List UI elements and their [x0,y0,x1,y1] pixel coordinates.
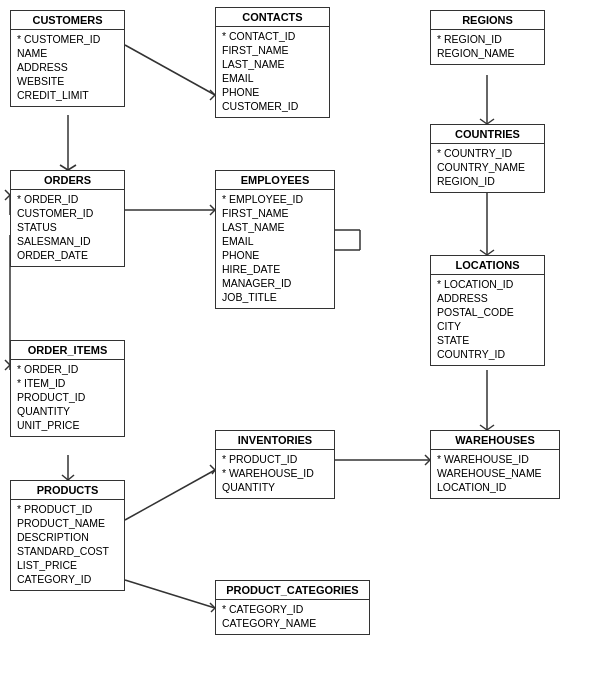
products-table: PRODUCTS * PRODUCT_ID PRODUCT_NAME DESCR… [10,480,125,591]
orders-fields: * ORDER_ID CUSTOMER_ID STATUS SALESMAN_I… [11,190,124,266]
erd-diagram: CUSTOMERS * CUSTOMER_ID NAME ADDRESS WEB… [0,0,605,695]
customers-title: CUSTOMERS [11,11,124,30]
field-phone: PHONE [222,85,323,99]
field-item-id: * ITEM_ID [17,376,118,390]
customers-fields: * CUSTOMER_ID NAME ADDRESS WEBSITE CREDI… [11,30,124,106]
field-oi-product-id: PRODUCT_ID [17,390,118,404]
field-unit-price: UNIT_PRICE [17,418,118,432]
field-countries-region-id: REGION_ID [437,174,538,188]
field-emp-phone: PHONE [222,248,328,262]
field-salesman-id: SALESMAN_ID [17,234,118,248]
field-pc-category-id: * CATEGORY_ID [222,602,363,616]
field-employee-id: * EMPLOYEE_ID [222,192,328,206]
field-inv-product-id: * PRODUCT_ID [222,452,328,466]
svg-line-0 [125,45,215,95]
field-product-name: PRODUCT_NAME [17,516,118,530]
field-description: DESCRIPTION [17,530,118,544]
countries-title: COUNTRIES [431,125,544,144]
field-country-name: COUNTRY_NAME [437,160,538,174]
field-loc-country-id: COUNTRY_ID [437,347,538,361]
field-order-id: * ORDER_ID [17,192,118,206]
warehouses-fields: * WAREHOUSE_ID WAREHOUSE_NAME LOCATION_I… [431,450,559,498]
field-emp-first-name: FIRST_NAME [222,206,328,220]
field-loc-address: ADDRESS [437,291,538,305]
field-list-price: LIST_PRICE [17,558,118,572]
field-location-id: * LOCATION_ID [437,277,538,291]
inventories-title: INVENTORIES [216,431,334,450]
product-categories-fields: * CATEGORY_ID CATEGORY_NAME [216,600,369,634]
field-first-name: FIRST_NAME [222,43,323,57]
employees-title: EMPLOYEES [216,171,334,190]
field-website: WEBSITE [17,74,118,88]
contacts-title: CONTACTS [216,8,329,27]
field-address: ADDRESS [17,60,118,74]
field-order-date: ORDER_DATE [17,248,118,262]
countries-table: COUNTRIES * COUNTRY_ID COUNTRY_NAME REGI… [430,124,545,193]
field-region-name: REGION_NAME [437,46,538,60]
field-inv-quantity: QUANTITY [222,480,328,494]
products-title: PRODUCTS [11,481,124,500]
field-wh-location-id: LOCATION_ID [437,480,553,494]
field-emp-last-name: LAST_NAME [222,220,328,234]
field-country-id: * COUNTRY_ID [437,146,538,160]
orders-title: ORDERS [11,171,124,190]
locations-title: LOCATIONS [431,256,544,275]
inventories-table: INVENTORIES * PRODUCT_ID * WAREHOUSE_ID … [215,430,335,499]
field-region-id: * REGION_ID [437,32,538,46]
regions-table: REGIONS * REGION_ID REGION_NAME [430,10,545,65]
field-hire-date: HIRE_DATE [222,262,328,276]
field-state: STATE [437,333,538,347]
locations-fields: * LOCATION_ID ADDRESS POSTAL_CODE CITY S… [431,275,544,365]
field-warehouse-name: WAREHOUSE_NAME [437,466,553,480]
order-items-fields: * ORDER_ID * ITEM_ID PRODUCT_ID QUANTITY… [11,360,124,436]
field-quantity: QUANTITY [17,404,118,418]
field-orders-customer-id: CUSTOMER_ID [17,206,118,220]
order-items-title: ORDER_ITEMS [11,341,124,360]
svg-line-26 [125,470,215,520]
field-email: EMAIL [222,71,323,85]
product-categories-title: PRODUCT_CATEGORIES [216,581,369,600]
products-fields: * PRODUCT_ID PRODUCT_NAME DESCRIPTION ST… [11,500,124,590]
order-items-table: ORDER_ITEMS * ORDER_ID * ITEM_ID PRODUCT… [10,340,125,437]
field-emp-email: EMAIL [222,234,328,248]
field-category-id: CATEGORY_ID [17,572,118,586]
field-postal-code: POSTAL_CODE [437,305,538,319]
contacts-table: CONTACTS * CONTACT_ID FIRST_NAME LAST_NA… [215,7,330,118]
svg-line-32 [125,580,215,608]
field-credit-limit: CREDIT_LIMIT [17,88,118,102]
field-standard-cost: STANDARD_COST [17,544,118,558]
field-contact-id: * CONTACT_ID [222,29,323,43]
orders-table: ORDERS * ORDER_ID CUSTOMER_ID STATUS SAL… [10,170,125,267]
countries-fields: * COUNTRY_ID COUNTRY_NAME REGION_ID [431,144,544,192]
field-warehouse-id: * WAREHOUSE_ID [437,452,553,466]
inventories-fields: * PRODUCT_ID * WAREHOUSE_ID QUANTITY [216,450,334,498]
field-city: CITY [437,319,538,333]
field-inv-warehouse-id: * WAREHOUSE_ID [222,466,328,480]
product-categories-table: PRODUCT_CATEGORIES * CATEGORY_ID CATEGOR… [215,580,370,635]
field-category-name: CATEGORY_NAME [222,616,363,630]
field-manager-id: MANAGER_ID [222,276,328,290]
field-oi-order-id: * ORDER_ID [17,362,118,376]
regions-fields: * REGION_ID REGION_NAME [431,30,544,64]
locations-table: LOCATIONS * LOCATION_ID ADDRESS POSTAL_C… [430,255,545,366]
contacts-fields: * CONTACT_ID FIRST_NAME LAST_NAME EMAIL … [216,27,329,117]
field-status: STATUS [17,220,118,234]
regions-title: REGIONS [431,11,544,30]
employees-table: EMPLOYEES * EMPLOYEE_ID FIRST_NAME LAST_… [215,170,335,309]
field-customer-id-fk: CUSTOMER_ID [222,99,323,113]
field-job-title: JOB_TITLE [222,290,328,304]
field-last-name: LAST_NAME [222,57,323,71]
field-product-id: * PRODUCT_ID [17,502,118,516]
employees-fields: * EMPLOYEE_ID FIRST_NAME LAST_NAME EMAIL… [216,190,334,308]
customers-table: CUSTOMERS * CUSTOMER_ID NAME ADDRESS WEB… [10,10,125,107]
field-customer-id: * CUSTOMER_ID [17,32,118,46]
field-name: NAME [17,46,118,60]
warehouses-table: WAREHOUSES * WAREHOUSE_ID WAREHOUSE_NAME… [430,430,560,499]
warehouses-title: WAREHOUSES [431,431,559,450]
